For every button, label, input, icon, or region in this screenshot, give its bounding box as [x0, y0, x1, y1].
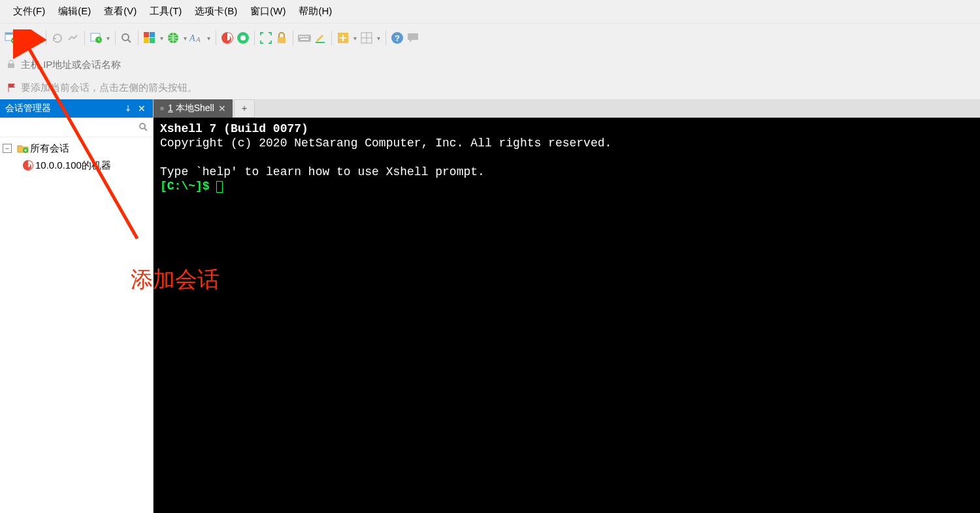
- svg-rect-19: [301, 36, 302, 37]
- tab-close-icon[interactable]: ✕: [218, 103, 226, 114]
- menu-edit[interactable]: 编辑(E): [52, 3, 97, 20]
- color-scheme-icon[interactable]: [142, 31, 157, 45]
- svg-text:A: A: [189, 33, 195, 43]
- address-bar: [0, 52, 980, 76]
- svg-text:?: ?: [395, 33, 400, 43]
- terminal-line: Type `help' to learn how to use Xshell p…: [160, 165, 485, 178]
- terminal[interactable]: Xshell 7 (Build 0077) Copyright (c) 2020…: [154, 118, 980, 513]
- menu-file[interactable]: 文件(F): [7, 3, 52, 20]
- svg-rect-21: [305, 36, 306, 37]
- hint-text: 要添加当前会话，点击左侧的箭头按钮。: [21, 82, 197, 94]
- svg-rect-22: [307, 36, 308, 37]
- new-session-icon[interactable]: [4, 31, 18, 45]
- disconnect-icon[interactable]: [66, 31, 80, 45]
- session-tree: − 所有会话 10.0.0.100的机器 添加会话: [0, 137, 153, 513]
- lock-small-icon: [7, 59, 16, 69]
- tree-session-item[interactable]: 10.0.0.100的机器: [0, 157, 153, 174]
- toolbar-separator: [216, 31, 216, 45]
- color-scheme-dropdown-icon[interactable]: ▾: [158, 31, 165, 45]
- toolbar-separator: [254, 31, 255, 45]
- svg-text:A: A: [195, 35, 201, 43]
- fullscreen-icon[interactable]: [259, 31, 273, 45]
- folder-icon: [17, 142, 29, 154]
- svg-point-15: [240, 35, 246, 41]
- svg-rect-29: [8, 63, 14, 68]
- tab-local-shell[interactable]: 1 本地Shell ✕: [154, 99, 233, 118]
- help-icon[interactable]: ?: [390, 31, 404, 45]
- hint-bar: 要添加当前会话，点击左侧的箭头按钮。: [0, 76, 980, 99]
- menu-bar: 文件(F) 编辑(E) 查看(V) 工具(T) 选项卡(B) 窗口(W) 帮助(…: [0, 0, 980, 24]
- svg-rect-20: [303, 36, 304, 37]
- svg-rect-8: [144, 38, 149, 43]
- tab-add-button[interactable]: ＋: [234, 99, 255, 118]
- menu-help[interactable]: 帮助(H): [292, 3, 338, 20]
- tab-strip: 1 本地Shell ✕ ＋: [154, 99, 980, 118]
- globe-icon[interactable]: [166, 31, 180, 45]
- properties-dropdown-icon[interactable]: ▾: [105, 31, 111, 45]
- menu-window[interactable]: 窗口(W): [244, 3, 292, 20]
- reconnect-icon[interactable]: [50, 31, 65, 45]
- lock-icon[interactable]: [274, 31, 289, 45]
- terminal-line: Xshell 7 (Build 0077): [160, 122, 308, 135]
- content-area: 1 本地Shell ✕ ＋ Xshell 7 (Build 0077) Copy…: [154, 99, 980, 513]
- menu-tabs[interactable]: 选项卡(B): [188, 3, 244, 20]
- tree-session-label: 10.0.0.100的机器: [35, 159, 111, 172]
- session-search-input[interactable]: [4, 122, 139, 133]
- open-folder-dropdown-icon[interactable]: ▾: [35, 31, 42, 45]
- svg-rect-18: [299, 36, 301, 37]
- search-icon[interactable]: [139, 122, 149, 133]
- tab-label: 本地Shell: [176, 103, 214, 113]
- close-panel-icon[interactable]: ✕: [136, 103, 148, 114]
- font-icon[interactable]: AA: [189, 31, 204, 45]
- toolbar-separator: [115, 31, 116, 45]
- toolbar-separator: [46, 31, 46, 45]
- xagent-icon[interactable]: [236, 31, 250, 45]
- font-dropdown-icon[interactable]: ▾: [205, 31, 212, 45]
- session-manager-panel: 会话管理器 ✕ − 所有会话 10.0.0.100的机器 添加会话: [0, 99, 154, 513]
- chat-icon[interactable]: [406, 31, 420, 45]
- tab-index: 1: [168, 103, 173, 113]
- svg-rect-1: [5, 33, 16, 35]
- svg-point-30: [140, 124, 145, 129]
- session-icon: [22, 159, 34, 171]
- address-input[interactable]: [20, 58, 973, 71]
- layout-icon[interactable]: [359, 31, 374, 45]
- add-pane-icon[interactable]: [336, 31, 350, 45]
- tab-status-icon: [160, 107, 164, 110]
- toolbar-separator: [385, 31, 386, 45]
- globe-dropdown-icon[interactable]: ▾: [182, 31, 188, 45]
- toolbar-separator: [293, 31, 293, 45]
- properties-icon[interactable]: [89, 31, 103, 45]
- toolbar: ▾ ▾ ▾ ▾ AA ▾ ▾ ▾ ?: [0, 24, 980, 52]
- highlighter-icon[interactable]: [313, 31, 327, 45]
- session-search-bar: [0, 118, 153, 137]
- terminal-prompt: [C:\~]$: [160, 180, 216, 193]
- keyboard-icon[interactable]: [297, 31, 312, 45]
- xftp-icon[interactable]: [220, 31, 235, 45]
- tree-root[interactable]: − 所有会话: [0, 140, 153, 157]
- menu-tools[interactable]: 工具(T): [143, 3, 188, 20]
- add-pane-dropdown-icon[interactable]: ▾: [351, 31, 358, 45]
- toolbar-separator: [84, 31, 85, 45]
- pin-icon[interactable]: [124, 105, 136, 112]
- toolbar-separator: [331, 31, 332, 45]
- layout-dropdown-icon[interactable]: ▾: [375, 31, 382, 45]
- svg-rect-16: [278, 37, 286, 43]
- open-folder-icon[interactable]: [20, 31, 34, 45]
- tree-root-label: 所有会话: [30, 142, 69, 155]
- svg-rect-23: [301, 39, 308, 40]
- collapse-icon[interactable]: −: [3, 144, 12, 153]
- svg-point-5: [122, 34, 129, 41]
- svg-rect-7: [150, 32, 155, 37]
- svg-rect-6: [144, 32, 149, 37]
- svg-rect-24: [316, 42, 325, 43]
- session-manager-title: 会话管理器: [5, 103, 51, 114]
- svg-rect-9: [150, 38, 155, 43]
- terminal-line: Copyright (c) 2020 NetSarang Computer, I…: [160, 137, 612, 150]
- terminal-cursor: [216, 181, 223, 193]
- svg-rect-17: [298, 35, 311, 42]
- menu-view[interactable]: 查看(V): [97, 3, 143, 20]
- main-area: 会话管理器 ✕ − 所有会话 10.0.0.100的机器 添加会话: [0, 99, 980, 513]
- session-manager-title-bar: 会话管理器 ✕: [0, 99, 153, 118]
- find-icon[interactable]: [120, 31, 134, 45]
